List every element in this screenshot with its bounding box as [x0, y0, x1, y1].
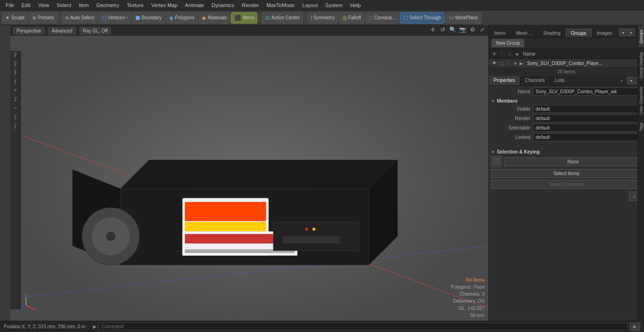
- strip-item-3[interactable]: Me...: [11, 70, 20, 78]
- tab-shading[interactable]: Shading: [538, 29, 566, 37]
- menu-dynamics[interactable]: Dynamics: [208, 1, 238, 9]
- side-tab-tags[interactable]: Tags: [638, 118, 644, 135]
- gi-select-icon[interactable]: ◈: [512, 60, 519, 66]
- members-section-header[interactable]: ▼ Members: [491, 98, 642, 104]
- menu-maxtomodo[interactable]: MaxToModo: [263, 1, 298, 9]
- position-display: Position X, Y, Z: 315 mm, 296 mm, 0 m: [0, 324, 89, 329]
- svg-rect-12: [185, 202, 266, 221]
- vertices-button[interactable]: ⬡ Vertices ▾: [99, 12, 132, 24]
- vp-icon-search[interactable]: 🔍: [448, 25, 457, 34]
- selectable-select[interactable]: default: [533, 124, 642, 132]
- perspective-btn[interactable]: Perspective: [13, 27, 44, 34]
- cmd-run-button[interactable]: ▶: [630, 323, 640, 331]
- group-expand-icon[interactable]: ▶: [520, 61, 524, 66]
- advanced-btn[interactable]: Advanced: [48, 27, 75, 34]
- menu-edit[interactable]: Edit: [18, 1, 34, 9]
- menu-animate[interactable]: Animate: [181, 1, 207, 9]
- menu-render[interactable]: Render: [238, 1, 263, 9]
- boundary-button[interactable]: ⬢ Boundary: [132, 12, 165, 24]
- keying-none-button[interactable]: None: [504, 157, 642, 166]
- props-icon-1[interactable]: ◂: [627, 77, 635, 84]
- menu-texture[interactable]: Texture: [123, 1, 148, 9]
- viewport-canvas[interactable]: No Items Polygons : Face Channels: 0 Def…: [10, 36, 488, 321]
- presets-button[interactable]: ◉ Presets: [29, 12, 58, 24]
- keying-section-header[interactable]: ▼ Selection & Keying: [491, 149, 642, 154]
- vp-icon-settings[interactable]: ⚙: [468, 25, 477, 34]
- menu-select[interactable]: Select: [53, 1, 75, 9]
- symmetry-button[interactable]: | Symmetry: [307, 12, 338, 24]
- panel-expand-btn[interactable]: ▸: [627, 29, 635, 36]
- raygl-btn[interactable]: Ray GL: Off: [80, 27, 111, 34]
- visible-select[interactable]: default: [533, 105, 642, 113]
- gi-render-icon[interactable]: ⬚: [498, 60, 504, 66]
- render-select[interactable]: default: [533, 114, 642, 122]
- strip-item-4[interactable]: Ve...: [11, 79, 20, 87]
- svg-line-23: [26, 305, 35, 310]
- svg-point-10: [106, 232, 116, 241]
- strip-item-7[interactable]: C...: [11, 105, 20, 114]
- polygons-icon: ◈: [169, 15, 173, 21]
- strip-item-2[interactable]: Du...: [11, 61, 20, 69]
- side-tab-user-channels[interactable]: User Channels: [638, 82, 644, 119]
- selectable-label: Selectable: [491, 125, 533, 130]
- menu-item[interactable]: Item: [75, 1, 92, 9]
- groups-header: New Group: [489, 38, 644, 49]
- strip-item-5[interactable]: E...: [11, 88, 20, 96]
- strip-item-8[interactable]: UV...: [11, 114, 20, 123]
- panel-expand-buttons: ◂ ▸: [619, 29, 635, 37]
- items-button[interactable]: ⬛ Items: [231, 12, 257, 24]
- members-title: Members: [497, 98, 518, 104]
- menu-file[interactable]: File: [2, 1, 18, 9]
- side-tab-group-display[interactable]: Group Display: [638, 48, 644, 82]
- vp-icon-move[interactable]: ✛: [429, 25, 437, 34]
- menu-system[interactable]: System: [322, 1, 347, 9]
- sculpt-button[interactable]: ✦ Sculpt: [2, 12, 28, 24]
- falloff-button[interactable]: ◎ Falloff: [339, 12, 364, 24]
- group-row-1[interactable]: 👁 ⬚ □ ◈ ▶ Sony_SLV_D300P_Combo_Playe...: [489, 59, 644, 68]
- tab-mesh[interactable]: Mesh ...: [511, 29, 538, 37]
- workplane-button[interactable]: ▭ WorkPlane: [446, 12, 481, 24]
- actioncenter-button[interactable]: ⊙ Action Center: [262, 12, 303, 24]
- vp-icon-camera[interactable]: 📷: [458, 25, 467, 34]
- tab-images[interactable]: Images: [592, 29, 618, 37]
- side-tab-groups[interactable]: Groups: [638, 25, 644, 48]
- strip-item-9[interactable]: Fu...: [11, 123, 20, 132]
- props-tab-add[interactable]: +: [618, 76, 626, 85]
- props-tab-channels[interactable]: Channels: [520, 76, 550, 85]
- group-subrow: 28 Items: [489, 68, 644, 76]
- menu-view[interactable]: View: [34, 1, 53, 9]
- status-gl: GL: 142,597: [451, 305, 485, 312]
- command-input[interactable]: [99, 323, 628, 331]
- viewport[interactable]: Perspective Advanced Ray GL: Off ✛ ↺ 🔍 📷…: [10, 25, 488, 321]
- tab-groups[interactable]: Groups: [566, 29, 592, 37]
- strip-item-6[interactable]: Po...: [11, 97, 20, 105]
- keying-select-channels-row: Select Channels: [491, 180, 642, 189]
- props-tab-properties[interactable]: Properties: [489, 76, 520, 85]
- strip-item-1[interactable]: De...: [11, 52, 20, 60]
- vp-icon-expand[interactable]: ⤢: [478, 25, 487, 34]
- actioncenter-icon: ⊙: [265, 15, 270, 21]
- tab-items[interactable]: Items: [489, 29, 511, 37]
- autoselect-button[interactable]: ⊕ Auto Select: [62, 12, 98, 24]
- name-input[interactable]: [533, 88, 642, 96]
- panel-tabs: Items Mesh ... Shading Groups Images ◂ ▸: [489, 25, 644, 38]
- menu-layout[interactable]: Layout: [298, 1, 322, 9]
- select-channels-button[interactable]: Select Channels: [491, 180, 642, 189]
- props-tab-lists[interactable]: Lists: [550, 76, 570, 85]
- materials-button[interactable]: ◆ Materials: [198, 12, 230, 24]
- selectthrough-button[interactable]: ⬡ Select Through: [400, 12, 445, 24]
- panel-collapse-btn[interactable]: ◂: [619, 29, 627, 36]
- menu-vertexmap[interactable]: Vertex Map: [148, 1, 182, 9]
- locked-select[interactable]: default: [533, 133, 642, 141]
- workplane-label: WorkPlane: [455, 15, 478, 20]
- gi-eye-icon[interactable]: 👁: [491, 60, 497, 66]
- vp-icon-refresh[interactable]: ↺: [438, 25, 447, 34]
- gi-lock-icon[interactable]: □: [505, 60, 512, 66]
- presets-icon: ◉: [32, 15, 37, 21]
- select-items-button[interactable]: Select Items: [491, 169, 642, 178]
- polygons-button[interactable]: ◈ Polygons: [166, 12, 198, 24]
- menu-help[interactable]: Help: [347, 1, 365, 9]
- new-group-button[interactable]: New Group: [492, 39, 524, 47]
- menu-geometry[interactable]: Geometry: [92, 1, 123, 9]
- constraints-button[interactable]: ⬚ Constrai...: [365, 12, 399, 24]
